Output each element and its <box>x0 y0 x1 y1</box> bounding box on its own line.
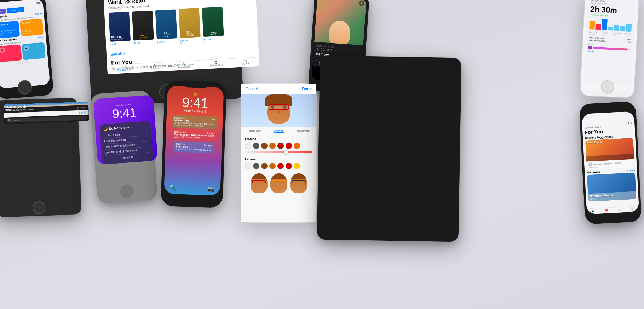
shortcuts-app-icon: ⚡ <box>0 8 6 15</box>
frames-slider[interactable] <box>245 151 312 153</box>
lens-color-red[interactable] <box>277 163 284 169</box>
memoji-nose <box>278 111 280 113</box>
ipad-facetime: ★ ✕ ··· <box>317 56 461 242</box>
lens-color-white[interactable] <box>245 163 251 169</box>
photos-nav-search[interactable]: 🔍 <box>631 208 634 211</box>
st-chart <box>589 17 632 32</box>
ipad-lb-home-button[interactable] <box>32 201 45 214</box>
slider-thumb[interactable] <box>284 150 288 154</box>
home-eta-label: Home ETA <box>0 23 17 27</box>
frames-color-row <box>245 143 312 149</box>
battery: 100% <box>34 2 41 5</box>
variant-2[interactable] <box>270 173 287 193</box>
avatar-karina <box>588 162 593 167</box>
memory-photo-area: ↗ <box>314 0 367 45</box>
instagram-warning: ⚠ <box>629 48 630 51</box>
variant-3-glasses <box>292 180 306 183</box>
bar-other4 <box>626 24 632 32</box>
dnd-home-button[interactable] <box>119 183 135 199</box>
morning-card-1[interactable]: ⊞ <box>0 44 22 62</box>
glasses-frame <box>365 61 444 62</box>
books-screen: Want To Read Books you'd like to read ne… <box>103 0 259 74</box>
frames-section: Frames <box>241 135 316 158</box>
camera-icon[interactable]: 📷 <box>207 185 215 193</box>
color-brown[interactable] <box>261 143 268 149</box>
nav-search[interactable]: 🔍Search <box>242 59 250 65</box>
lens-color-red2[interactable] <box>286 163 292 169</box>
dnd-title-row: 🌙 Do Not Disturb <box>103 124 148 131</box>
dnd-time: 9:41 <box>112 106 137 120</box>
color-dark-gray[interactable] <box>253 143 259 149</box>
torch-icon[interactable]: 🔦 <box>169 184 177 191</box>
bar-other2 <box>614 24 619 31</box>
book-biglittlelies[interactable]: BIGLITTLELIES $14.99 ··· <box>155 9 178 46</box>
photos-nav-for-you[interactable]: ❤️ <box>605 209 608 212</box>
variant-2-hair <box>270 173 287 179</box>
bar-fb <box>589 21 595 29</box>
notif-calendar[interactable]: CALENDAR3m ago Fourth of July BBQ Summer… <box>171 129 217 141</box>
ipad-photos-screen: Napili Bay Mar 10 Share with Lynne and 4… <box>4 102 89 124</box>
photos-for-you-screen: 9:41 SUNDAY, JUNE 4 For You Sharing Sugg… <box>582 111 639 214</box>
home-eta-card[interactable]: Home ETA Share how long it will take for… <box>0 21 20 38</box>
lens-color-orange[interactable] <box>269 163 276 169</box>
screen-time-screen: SCREEN TIME Today at 9:41 PM 2h 30m +4h … <box>583 0 636 84</box>
directions-card[interactable]: Directions to... Get directions to calen… <box>19 19 44 36</box>
main-video <box>334 60 476 62</box>
lock-screen: 🔒 9:41 Monday, June 4 MESSAGESnow Michae… <box>164 85 224 195</box>
instagram-icon <box>588 46 592 50</box>
memoji-variants-row <box>241 173 316 193</box>
memoji-done[interactable]: Done <box>302 87 312 91</box>
photos-nav-albums[interactable]: 🗂 <box>618 208 621 211</box>
tab-eyewear[interactable]: Eyewear <box>274 129 284 133</box>
nav-book-store[interactable]: 🏪Book Store <box>178 62 190 68</box>
book-fallen[interactable]: FALLEN DAVID BALDACCI $3.99 ··· <box>109 12 131 48</box>
iphone-photos-for-you: 9:41 SUNDAY, JUNE 4 For You Sharing Sugg… <box>579 101 642 224</box>
book-cover-warstorm: WARSTORM <box>132 11 154 41</box>
home-indicator <box>16 61 30 64</box>
share-icon[interactable]: ↗ <box>358 0 364 6</box>
book-caminoisland[interactable]: CAMINOISLAND $11.99 ··· <box>202 7 224 43</box>
book-cover-fallen: FALLEN DAVID BALDACCI <box>109 12 131 42</box>
home-eta-desc: Share how long it will take for you to g… <box>0 29 18 37</box>
book-warstorm[interactable]: WARSTORM $9.99 ··· <box>132 11 154 47</box>
memoji-topbar: Cancel Done <box>241 84 316 94</box>
memories-see-all[interactable]: See All <box>627 169 635 172</box>
ipad-photos: Napili Bay Mar 10 Share with Lynne and 4… <box>0 98 82 217</box>
instagram-bar <box>593 47 628 50</box>
nav-audiobooks[interactable]: 🎧Audiobooks <box>209 61 223 67</box>
memoji-mouth <box>276 118 282 119</box>
variant-1-glasses <box>252 180 266 183</box>
nav-library[interactable]: 📚Library <box>151 64 159 70</box>
nantucket-memory[interactable]: Nantucket Beach MAY 5 <box>587 172 637 201</box>
color-orange2[interactable] <box>294 143 300 149</box>
lens-color-yellow[interactable] <box>294 163 300 169</box>
notif-messages[interactable]: MESSAGESnow Michael Dibs I'll see you br… <box>171 115 218 130</box>
color-red2[interactable] <box>286 143 292 149</box>
facetime-screen: ★ ✕ ··· <box>334 60 476 62</box>
lock-time: 9:41 <box>182 96 208 110</box>
tab-facial-hair[interactable]: Facial Hair <box>248 129 261 133</box>
notif-twitter[interactable]: TWITTER6m ago Brian Carey Sweet stuff, t… <box>173 141 214 153</box>
memoji-cancel[interactable]: Cancel <box>246 87 258 91</box>
memoji-hair <box>265 94 292 106</box>
variant-3[interactable] <box>290 173 307 193</box>
lens-color-brown[interactable] <box>261 163 268 169</box>
iphone-lock: 🔒 9:41 Monday, June 4 MESSAGESnow Michae… <box>161 80 227 208</box>
morning-icon-1: ⊞ <box>0 47 5 53</box>
photos-notch <box>596 102 619 111</box>
baker-beach-card[interactable]: Baker Beach Share with Karina and 4 more… <box>585 138 635 170</box>
lock-date: Monday, June 4 <box>184 109 206 113</box>
search-bar[interactable]: 🔍 Search <box>6 116 87 123</box>
lens-color-dark[interactable] <box>253 163 259 169</box>
color-white[interactable] <box>245 143 251 149</box>
tab-headwear[interactable]: Headwear <box>297 129 310 133</box>
variant-1[interactable] <box>251 173 268 193</box>
nav-reading-now[interactable]: 📖Reading Now <box>117 65 132 71</box>
book-perfectcouple[interactable]: THEPERFECTCOUPLE $14.99 ··· <box>179 8 201 45</box>
photos-nav-photos[interactable]: 📷 <box>592 210 595 212</box>
dnd-time-area: Monday, June 4 9:41 <box>111 96 137 121</box>
color-orange[interactable] <box>269 143 276 149</box>
memoji-glasses <box>269 104 289 110</box>
color-red-selected[interactable] <box>277 143 284 149</box>
morning-card-2[interactable]: ▲ <box>22 42 46 60</box>
